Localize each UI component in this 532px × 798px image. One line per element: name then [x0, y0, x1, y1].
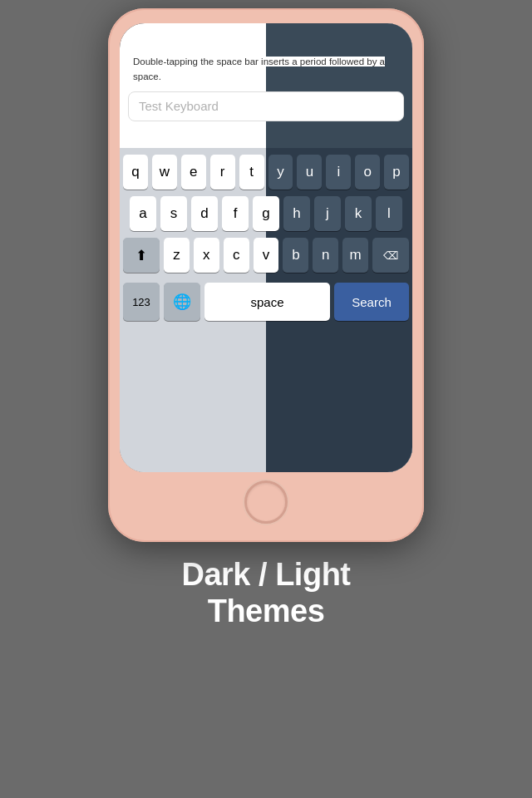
globe-key[interactable]: 🌐 — [164, 283, 200, 321]
home-button-area — [120, 480, 412, 524]
heading-line2: Themes — [208, 594, 325, 628]
key-o[interactable]: o — [355, 155, 380, 190]
key-f[interactable]: f — [222, 196, 249, 231]
key-s[interactable]: s — [160, 196, 187, 231]
key-z[interactable]: z — [164, 238, 190, 273]
key-b[interactable]: b — [283, 238, 308, 273]
home-button[interactable] — [244, 480, 288, 524]
key-n[interactable]: n — [313, 238, 338, 273]
test-keyboard-input[interactable]: Test Keyboard — [128, 91, 404, 121]
instruction-text: Double-tapping the space bar inserts a p… — [133, 57, 385, 81]
phone-body: Double-tapping the space bar inserts a p… — [108, 8, 424, 542]
key-g[interactable]: g — [253, 196, 279, 231]
key-p[interactable]: p — [384, 155, 409, 190]
input-placeholder: Test Keyboard — [139, 99, 219, 113]
key-t[interactable]: t — [239, 155, 264, 190]
key-q[interactable]: q — [123, 155, 148, 190]
keyboard-row-3: ⬆ z x c v b n m ⌫ — [123, 238, 409, 273]
key-r[interactable]: r — [210, 155, 235, 190]
phone-mockup: Double-tapping the space bar inserts a p… — [25, 8, 507, 542]
space-key[interactable]: space — [204, 283, 330, 321]
search-key[interactable]: Search — [334, 283, 409, 321]
numbers-key[interactable]: 123 — [123, 283, 160, 321]
bottom-text-area: Dark / Light Themes — [181, 557, 350, 629]
key-e[interactable]: e — [181, 155, 206, 190]
key-c[interactable]: c — [224, 238, 249, 273]
key-k[interactable]: k — [345, 196, 372, 231]
key-a[interactable]: a — [130, 196, 156, 231]
key-i[interactable]: i — [326, 155, 351, 190]
key-w[interactable]: w — [152, 155, 177, 190]
key-x[interactable]: x — [194, 238, 219, 273]
shift-key[interactable]: ⬆ — [123, 238, 160, 273]
keyboard-row-2: a s d f g h j k l — [123, 196, 409, 231]
key-h[interactable]: h — [283, 196, 310, 231]
screen-content: Double-tapping the space bar inserts a p… — [120, 23, 412, 472]
key-l[interactable]: l — [376, 196, 402, 231]
keyboard-rows: q w e r t y u i o p — [120, 148, 412, 283]
key-y[interactable]: y — [268, 155, 293, 190]
key-u[interactable]: u — [297, 155, 322, 190]
instruction-area: Double-tapping the space bar inserts a p… — [120, 48, 412, 86]
key-v[interactable]: v — [254, 238, 279, 273]
key-j[interactable]: j — [314, 196, 341, 231]
phone-screen: Double-tapping the space bar inserts a p… — [120, 23, 412, 472]
keyboard-bottom-row: 123 🌐 space Search — [123, 283, 409, 321]
keyboard-container: q w e r t y u i o p — [120, 148, 412, 472]
delete-key[interactable]: ⌫ — [372, 238, 409, 273]
status-bar — [120, 23, 412, 48]
key-m[interactable]: m — [342, 238, 368, 273]
key-d[interactable]: d — [191, 196, 218, 231]
bottom-heading: Dark / Light Themes — [181, 557, 350, 629]
keyboard-row-1: q w e r t y u i o p — [123, 155, 409, 190]
heading-line1: Dark / Light — [181, 557, 350, 592]
